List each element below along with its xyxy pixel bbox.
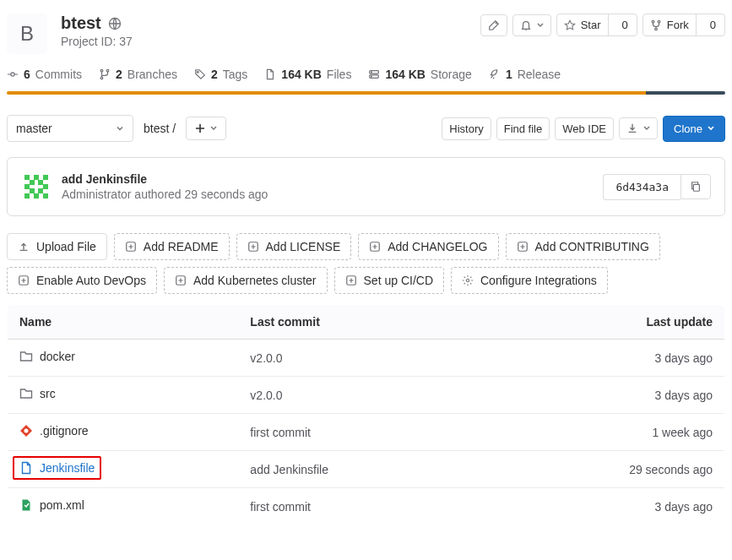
svg-point-7 (100, 77, 103, 79)
svg-rect-20 (38, 180, 43, 185)
suggest-add-kubernetes-cluster[interactable]: Add Kubernetes cluster (164, 267, 328, 294)
add-to-tree-button[interactable] (186, 117, 226, 140)
svg-point-2 (658, 20, 660, 23)
col-commit: Last commit (238, 305, 474, 340)
svg-point-35 (24, 429, 29, 433)
col-update: Last update (475, 305, 725, 340)
download-button[interactable] (619, 117, 658, 139)
file-row[interactable]: pom.xmlfirst commit3 days ago (8, 488, 725, 525)
svg-rect-21 (30, 188, 35, 193)
commits-stat[interactable]: 6Commits (7, 68, 82, 81)
svg-rect-24 (24, 193, 30, 198)
svg-rect-14 (24, 175, 30, 180)
files-stat[interactable]: 164 KBFiles (264, 68, 351, 81)
suggest-add-readme[interactable]: Add README (114, 233, 230, 260)
svg-point-5 (100, 69, 103, 72)
file-commit[interactable]: v2.0.0 (238, 377, 474, 414)
svg-rect-26 (693, 184, 699, 191)
storage-stat[interactable]: 164 KBStorage (368, 68, 472, 81)
branch-selector[interactable]: master (7, 115, 133, 142)
file-name-text: Jenkinsfile (40, 461, 95, 475)
file-commit[interactable]: first commit (238, 414, 474, 451)
suggest-add-changelog[interactable]: Add CHANGELOG (358, 233, 498, 260)
svg-point-6 (106, 69, 109, 72)
file-name-text: src (40, 387, 56, 400)
file-row[interactable]: .gitignorefirst commit1 week ago (8, 414, 725, 451)
file-commit[interactable]: add Jenkinsfile (238, 451, 474, 488)
svg-point-4 (11, 73, 14, 76)
commit-sha: 6d434a3a (603, 174, 680, 200)
commit-message[interactable]: add Jenkinsfile (62, 172, 268, 186)
commit-time: 29 seconds ago (185, 188, 268, 201)
language-bar (7, 91, 725, 95)
svg-rect-22 (38, 188, 43, 193)
project-name: btest (61, 14, 101, 33)
suggest-add-license[interactable]: Add LICENSE (236, 233, 352, 260)
svg-point-34 (466, 279, 469, 282)
upload-file-button[interactable]: Upload File (7, 233, 107, 260)
svg-rect-19 (30, 180, 35, 185)
folder-icon (19, 387, 33, 400)
file-name-text: .gitignore (40, 424, 89, 438)
svg-rect-17 (24, 184, 30, 189)
suggest-configure-integrations[interactable]: Configure Integrations (451, 267, 608, 294)
svg-rect-18 (43, 184, 48, 189)
clone-button[interactable]: Clone (663, 116, 725, 142)
file-commit[interactable]: first commit (238, 488, 474, 525)
folder-icon (19, 350, 33, 363)
breadcrumb[interactable]: btest / (137, 122, 182, 135)
file-update: 3 days ago (475, 377, 725, 414)
project-avatar: B (7, 14, 47, 54)
suggest-enable-auto-devops[interactable]: Enable Auto DevOps (7, 267, 157, 294)
file-commit[interactable]: v2.0.0 (238, 340, 474, 377)
file-update: 3 days ago (475, 488, 725, 525)
suggest-add-contributing[interactable]: Add CONTRIBUTING (506, 233, 660, 260)
svg-point-3 (654, 28, 657, 30)
svg-rect-25 (43, 193, 48, 198)
svg-point-8 (197, 72, 198, 73)
svg-point-12 (371, 76, 372, 77)
file-update: 1 week ago (475, 414, 725, 451)
file-row[interactable]: srcv2.0.03 days ago (8, 377, 725, 414)
branches-stat[interactable]: 2Branches (99, 68, 177, 81)
file-green-icon (19, 498, 33, 512)
release-stat[interactable]: 1Release (489, 68, 561, 81)
svg-rect-15 (43, 175, 48, 180)
admin-button[interactable] (480, 14, 507, 36)
file-blue-icon (19, 461, 33, 475)
file-name-text: pom.xml (40, 498, 84, 512)
web-ide-button[interactable]: Web IDE (555, 117, 614, 140)
project-id: Project ID: 37 (61, 35, 133, 48)
file-row[interactable]: dockerv2.0.03 days ago (8, 340, 725, 377)
visibility-icon (108, 17, 122, 30)
tags-stat[interactable]: 2Tags (194, 68, 247, 81)
gitignore-icon (19, 424, 33, 438)
history-button[interactable]: History (442, 117, 491, 140)
commit-author[interactable]: Administrator (62, 188, 131, 201)
file-name-text: docker (40, 350, 75, 363)
svg-point-11 (371, 72, 372, 73)
star-button[interactable]: Star 0 (556, 14, 637, 36)
fork-button[interactable]: Fork 0 (643, 14, 725, 36)
find-file-button[interactable]: Find file (496, 117, 550, 140)
svg-point-1 (652, 20, 654, 23)
copy-sha-button[interactable] (680, 174, 711, 199)
svg-rect-16 (34, 175, 39, 180)
col-name: Name (8, 305, 239, 340)
commit-author-avatar (21, 171, 52, 202)
notification-button[interactable] (512, 14, 551, 36)
file-update: 3 days ago (475, 340, 725, 377)
suggest-set-up-ci/cd[interactable]: Set up CI/CD (334, 267, 444, 294)
file-row[interactable]: Jenkinsfileadd Jenkinsfile29 seconds ago (8, 451, 725, 488)
svg-rect-23 (34, 193, 39, 198)
file-update: 29 seconds ago (475, 451, 725, 488)
